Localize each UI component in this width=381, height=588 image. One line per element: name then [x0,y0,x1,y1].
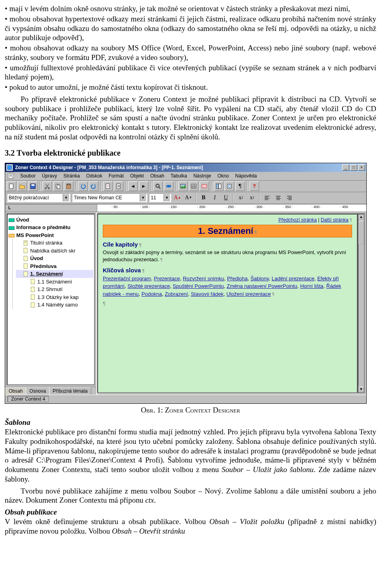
menu-upravy[interactable]: Úpravy [40,173,60,179]
page-icon [30,302,36,308]
help-button[interactable]: ? [250,181,259,191]
prev-page-link[interactable]: Předchozí stránka [278,217,317,223]
tree-node-11[interactable]: 1.1 Seznámení [16,278,93,286]
document-icon [8,173,14,179]
redo-button[interactable] [89,181,98,191]
underline-button[interactable]: U [221,193,231,202]
close-button[interactable]: × [358,164,365,171]
search-button[interactable] [153,181,163,191]
tab-pribuzna[interactable]: Příbuzná témata [49,387,91,395]
preview-button[interactable] [225,181,234,191]
tree-node-uvod[interactable]: Úvod [8,216,93,224]
menu-objekt[interactable]: Objekt [128,173,146,179]
fontsize-input[interactable] [149,194,164,201]
font-color-button[interactable]: A▲ [173,193,182,202]
pilcrow-button[interactable]: ¶ [235,181,245,191]
image-button[interactable] [178,181,188,191]
scroll-down-button[interactable]: ▼ [358,387,364,392]
tree-node-seznameni[interactable]: 1. Seznámení [16,270,93,278]
cut-button[interactable] [42,181,52,191]
tree-node-uvod2[interactable]: Úvod [16,254,93,262]
menu-napoveda[interactable]: Nápověda [233,173,260,179]
keyword-link[interactable]: Uložení prezentace [227,291,271,297]
back-button[interactable]: ◄ [128,181,138,191]
tree-node-13[interactable]: 1.3 Otázky ke kap [16,293,93,301]
page-nav: Předchozí stránka | Další stránka [103,218,352,222]
vertical-scrollbar[interactable]: ▲ ▼ [358,214,365,393]
menu-tabulka[interactable]: Tabulka [168,173,189,179]
chevron-down-icon[interactable]: ▼ [63,194,69,201]
keyword-link[interactable]: Stavový řádek [191,291,223,297]
font-size-down-button[interactable]: A▼ [184,193,193,202]
align-left-button[interactable] [262,193,272,202]
keyword-link[interactable]: Předloha [227,276,248,281]
menu-soubor[interactable]: Soubor [18,173,38,179]
chevron-down-icon[interactable]: ▼ [140,194,146,201]
keyword-link[interactable]: Rozvržení snímku [183,276,224,281]
maximize-button[interactable]: □ [350,164,357,171]
object-button[interactable] [200,181,209,191]
svg-rect-7 [31,184,35,186]
bullet-item: pokud to autor umožní, je možné části te… [5,83,376,92]
align-right-button[interactable] [285,193,294,202]
keyword-link[interactable]: Prezentace [154,276,180,281]
menu-format[interactable]: Formát [106,173,126,179]
new-button[interactable] [7,181,16,191]
fontsize-combo[interactable]: ▼ [149,193,171,202]
content-editor[interactable]: Předchozí stránka | Další stránka 1. Sez… [97,214,358,393]
scroll-thumb[interactable] [358,221,364,245]
sidebar-tabs: Obsah Osnova Příbuzná témata [5,387,96,395]
tree-node-powerpoint[interactable]: MS PowerPoint [8,231,93,239]
undo-button[interactable] [78,181,88,191]
font-input[interactable] [72,194,140,201]
tab-osnova[interactable]: Osnova [26,387,49,395]
new-page-button[interactable]: + [103,181,113,191]
copy-button[interactable] [53,181,63,191]
style-input[interactable] [7,194,63,201]
superscript-button[interactable]: x2 [236,193,246,202]
tab-obsah[interactable]: Obsah [5,387,26,395]
open-button[interactable] [17,181,27,191]
tree-node-predmluva[interactable]: Předmluva [16,262,93,270]
menu-nastroje[interactable]: Nástroje [191,173,214,179]
bold-button[interactable]: B [199,193,208,202]
scroll-up-button[interactable]: ▲ [358,214,364,220]
keyword-link[interactable]: Šablony [250,276,269,281]
subscript-button[interactable]: x2 [247,193,257,202]
keyword-link[interactable]: Spuštění PowerPointu [173,283,224,289]
minimize-button[interactable]: _ [342,164,349,171]
tree-node-nabidka[interactable]: Nabídka dalších skr [16,247,93,255]
tree-node-titulni[interactable]: Titulní stránka [16,239,93,247]
keyword-link[interactable]: Změna nastavení PowerPointu [227,283,297,289]
keyword-link[interactable]: Podokna [142,291,162,297]
page-properties-button[interactable] [114,181,123,191]
menu-okno[interactable]: Okno [215,173,231,179]
font-combo[interactable]: ▼ [72,193,147,202]
keyword-link[interactable]: Složité prezentace [127,283,170,289]
tree-node-12[interactable]: 1.2 Shrnutí [16,285,93,293]
keyword-link[interactable]: Prezentační program [103,276,151,281]
tree-view[interactable]: Úvod Informace o předmětu MS PowerPoint … [7,214,95,385]
toolbar-separator [211,181,212,191]
tree-node-informace[interactable]: Informace o předmětu [8,224,93,231]
menu-odskok[interactable]: Odskok [84,173,105,179]
keyword-link[interactable]: Ladění prezentace [271,276,314,281]
forward-button[interactable]: ► [139,181,148,191]
bullet-item: mají v levém dolním okně osnovu stránky,… [5,4,376,13]
tree-node-14[interactable]: 1.4 Náměty samo [16,301,93,309]
keyword-link[interactable]: Horní lišta [300,283,323,289]
style-combo[interactable]: ▼ [7,193,70,202]
keyword-link[interactable]: Zobrazení [165,291,188,297]
menu-stranka[interactable]: Stránka [61,173,82,179]
chevron-down-icon[interactable]: ▼ [164,194,170,201]
save-button[interactable] [28,181,38,191]
toggle-tree-button[interactable] [214,181,223,191]
table-button[interactable] [189,181,198,191]
link-button[interactable] [164,181,173,191]
align-center-button[interactable] [273,193,283,202]
menu-obsah[interactable]: Obsah [148,173,166,179]
paste-button[interactable] [64,181,73,191]
italic-button[interactable]: I [210,193,219,202]
svg-point-9 [48,187,50,189]
next-page-link[interactable]: Další stránka [321,217,348,223]
